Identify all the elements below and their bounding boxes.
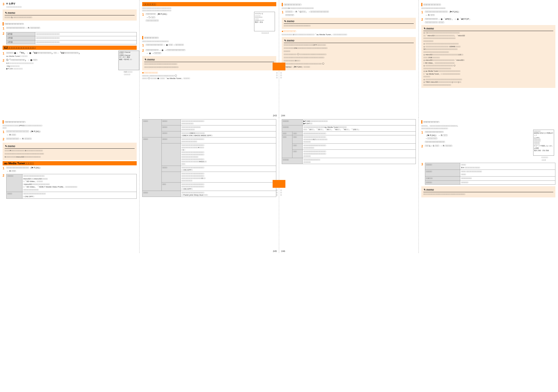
s2p2-r8c0: □□□□ xyxy=(142,191,181,197)
ez-step2-text: ❍「□□□□□□□□□□」→ ◉ □□□ xyxy=(6,59,37,61)
s2p3-r5c2: □□□□□□□□□□□□□□□□□□□ □□□□□□□□□□□□□□□□□□□ … xyxy=(303,150,416,158)
s2p2-r5c2: □□□□□□□□□□□□□□□□□□□ □ ON□OFF□ xyxy=(181,166,276,172)
s2p3-r6c2: □□□□□□□□□□□□□□ □□□□□□ xyxy=(303,158,416,164)
s2p2-r3c1: □□□□ xyxy=(161,137,181,143)
s2p1-memo-body: □□□□R□□□□□□□□□□□6□□□□□□□□□□□□□ □□□□□□□□□… xyxy=(5,149,135,159)
page-243: □□□□□□□ □□□□□□□□□□□□□□□□□□□□□□□ □□□□□□□□… xyxy=(140,0,279,117)
s2p4-memo: memo □□□□□□□□□□□□□□□□□□□□□□□□□□□□□□□□□ xyxy=(421,186,555,197)
page-left-1: 3 R を押す □□□□□□□□□□□□□ memo □□□□□を□□□□□□□… xyxy=(0,0,140,117)
step-3-text: R を押す xyxy=(6,2,16,5)
s2p4t-r0c0: □□□□□ xyxy=(425,163,460,170)
ez-step2: 2 ❍「□□□□□□□□□□」→ ◉ □□□ EZ□□□□□□□□□□□□□□□… xyxy=(3,58,117,70)
s2p1-s1: □□□□□□□□□□□□□□□□（▶P.241） → R □□□ xyxy=(6,130,137,136)
s2p2-r4c2: □□□□□□□□□□□□□□□□□□□ □□□□□□□□□□□□□□4□□□□ … xyxy=(181,143,276,166)
s2p1t-r2c1: □□□□ xyxy=(7,192,22,199)
p243-red: ■□□□□□□□□□□ xyxy=(142,71,276,74)
p244-red: ■□□□□□□□□□ xyxy=(282,30,416,33)
tab-r-243 xyxy=(273,63,279,70)
page-245: □□□□□□□□□□□□□□□□□□□□□□□□□□□ □□□□□□□□□□ □… xyxy=(140,117,279,253)
s2p3-r3c1: □□□ xyxy=(292,135,303,144)
p4r-s2: □□□□□□□□□→ ◉「●REC」→ ◉「■STOP」 □□□□□□□□□ □… xyxy=(425,17,555,24)
ez-step2-sub: EZ□□□□□□□□□□□□□□□□□□□□□ □My□□□□□□□□ ▶P.1… xyxy=(6,62,117,70)
ez-step1-sub: au Media Tuner□ □□□□□ xyxy=(6,55,117,58)
p243-body2: □□□□□□□□□□□□□□□□□□□□□ xyxy=(142,40,276,43)
page-244: □□□□□□□□□□□ □□□□□G□□□□□□□□□□□□□□□□□□□ 1□… xyxy=(279,0,419,117)
s2p4t-r2c1: □□□□□□□□□ xyxy=(460,177,555,181)
s2-page-4: □□□□□□□□□□ □□□□□、□□□□□□□□□□□□□□□□□□□□□□、… xyxy=(419,117,558,253)
p243-s1: □□□□□□□（▶P.241） →❍ □□□ □□□□□□□□□ xyxy=(146,13,253,22)
s2p2-r7c1: □□□ xyxy=(161,183,181,191)
s2p2-r2c1: □□□□ xyxy=(161,131,181,137)
vtext-246: □□□ xyxy=(280,189,282,196)
s2p4t-r3c0: □□□□□ xyxy=(425,180,460,185)
s2p3-r2c0: □□□ xyxy=(282,132,292,135)
s2p1-body1: □□□□□□□□□□□□□JPEG□□□□□□□□□□□□□□ □□□ xyxy=(3,124,137,129)
ez-step1-text: □□□□□ ◉→「TV」→ ◉ 「EZ□□□□□□□□□□」□□→「EZ□□□□… xyxy=(6,52,81,54)
s2p3-r3c0: □□□ xyxy=(282,135,292,158)
s2p4-memo-body: □□□□□□□□□□□□□□□□□□□□□□□□□□□□□□□□□ xyxy=(423,193,553,196)
ez-caption: 《EZ□□□□□ □□□□□》 xyxy=(118,71,137,76)
s2p1-sub1: □□□□□□□□□□□□□ xyxy=(3,120,137,124)
pnum-244: 244 xyxy=(281,114,285,117)
s2p1-au-title: au Media Tuner□□□□□ xyxy=(3,161,137,165)
t1r3c1: □行目 xyxy=(7,40,35,44)
s2p4t-r1c1: □□□□ □□□□□□□□□□□□□ □□□□ xyxy=(460,170,555,177)
t1r2c2: □□□□□□□□□□□□□□□□□□□□ xyxy=(35,36,136,40)
t1r2c1: □行目 xyxy=(7,36,35,40)
s2p4-screen: □□□□□□□ 録画先の設定だけ/視聴は行う？ (△OFF) □□□□□□□ □… xyxy=(533,130,554,156)
step-sub1-1: 1 □□□□□□□□□□□□□→ R □□□□□□□ xyxy=(3,26,137,31)
p243-memo-body: □□□□□□□□□□□□□□□□□□□□□□□□□□ □□□□□□□□□□□□□… xyxy=(144,63,274,69)
vtext-245: □□□ xyxy=(276,189,278,196)
s2p4-s2: □□□1～5 □□□ → R □□□□□ xyxy=(425,144,532,149)
p244-s1: □□□□□→ R「G□□□」→□□□□□□□□□□□□□ □□□□□□ xyxy=(285,10,416,17)
table-1: 1行目□□□□□□□□□□□□□□□□□□□□ □行目□□□□□□□□□□□□□… xyxy=(6,32,137,45)
p4r-memo: memo ◎ □1□□□□□□□□□□□□□□□□□□□□□□□□□□□□□ □… xyxy=(421,25,555,88)
s2p3-table: □□□□□▶P.246□□□□□□□□□□□□□□□ ▶P.247□□ □□□□… xyxy=(282,119,416,164)
s2p4-s1: □□□□□□□□□□□□□ （▶P.241）→ R □□□ →□□□□□□□ □… xyxy=(425,130,532,143)
s2p2-table: □□□□□□□□□□□□□□□□□□□□□□□□□□□ □□□□□□□□□□ □… xyxy=(142,119,276,197)
s2p1t-r1c2: □□□□□□□□□□□□□□□□□□ microSD□□□microSD□□□□… xyxy=(22,174,136,192)
s2p4t-r2c0: □□/□□□ xyxy=(425,177,460,181)
s2p1-au-s1: □□□□□□□□□□□□□□□□（▶P.241） → R □□□ xyxy=(6,166,137,173)
p243-body3: □□□□□ □□□□□□□□□□□□□□□□□□□□ 🖵 □□□□ 🖵 □□□□… xyxy=(142,75,276,80)
p244-memo2: memo □□□□□□□□□□□□□□□□□□□□□□□OFF□□□□□□□ □… xyxy=(282,37,416,70)
spread-1: 3 R を押す □□□□□□□□□□□□□ memo □□□□□を□□□□□□□… xyxy=(0,0,558,117)
spread-2: □□□□□□□□□□□□□ □□□□□□□□□□□□□JPEG□□□□□□□□□… xyxy=(0,117,558,253)
step-sub1-1-text: □□□□□□□□□□□□□→ R □□□□□□□ xyxy=(6,26,137,31)
p4r-body1: □□□□□□□□□□□□□□□□□□□ xyxy=(421,7,555,9)
s2p1t-r1c1: □□□□□ xyxy=(7,174,22,192)
s2p2-r1c1: □□□□ xyxy=(161,125,181,131)
t1r1c2: □□□□□□□□□□□□□□□□□□□□ xyxy=(35,32,136,36)
p244-sub1: □□□□□□□□□□□ xyxy=(282,3,416,6)
memo-1-body: □□□□□を□□□□□□□□□□□□□□□ xyxy=(5,16,135,19)
ez-step1: 1 □□□□□ ◉→「TV」→ ◉ 「EZ□□□□□□□□□□」□□→「EZ□□… xyxy=(3,51,117,58)
p243-memo: memo □□□□□□□□□□□□□□□□□□□□□□□□□□ □□□□□□□□… xyxy=(142,56,276,70)
p243-s2-2: □□□□□□□□□→ ◉ →□□□□□□□□□□□□□ → ◉ →□□□□□ xyxy=(146,49,276,55)
pnum-246: 246 xyxy=(281,250,285,252)
step-sub1-2: 2 1行目□□□□□□□□□□□□□□□□□□□□ □行目□□□□□□□□□□□… xyxy=(3,32,137,45)
tab-l-244 xyxy=(279,63,285,70)
p4r-sub1: □□□□□□□□□□□ xyxy=(421,3,555,6)
s2p2-r0c1: □□□□ xyxy=(161,119,181,125)
s2p4-caption: 《□□□□□ □□□》 xyxy=(533,156,555,161)
s2p4t-r3c1: □□□□□□ xyxy=(460,180,555,185)
s2p2-r0c0: □□□□ xyxy=(142,119,162,137)
vtext-244: □□□ xyxy=(280,72,282,79)
s2p4t-r0c1: □□□□ ※# □□□□□□□□□□□□□ xyxy=(460,163,555,170)
s2p3-r2c1: □□□ xyxy=(292,132,303,135)
p243-sub2: □□□□□□□□□ xyxy=(142,36,276,39)
s2p3-r0c0: □□□□□ xyxy=(282,119,303,125)
section-p243: □□□□□□□ xyxy=(142,2,276,6)
s2p2-r7c2: □□□□□□□□□□□□□□□□□□□ □□□□□□□□□□□□□□□□□□□ … xyxy=(181,183,276,191)
memo-header: memo xyxy=(5,11,135,15)
p243-caption: 《□□□□□》 xyxy=(254,32,276,34)
tab-r-245 xyxy=(273,180,279,188)
s2p3-r4c1: □□□ xyxy=(292,144,303,150)
s2p2-r3c2: □□□□□□□□□□□□□□□□□□□ □□□□□□□□□□□□□ xyxy=(181,137,276,143)
p243-screen: □□□□テレビ ○○○○○○ □□□□□□□□ ○○○○ □/□(□) □□:□… xyxy=(254,12,275,31)
s2p1-memo: memo □□□□R□□□□□□□□□□□6□□□□□□□□□□□□□ □□□□… xyxy=(3,143,137,160)
p244-memo2-body: □□□□□□□□□□□□□□□□□□□□□□□OFF□□□□□□□ □□□□□□… xyxy=(284,44,414,69)
p244-memo1-body: □□□□□□□□□□□□□□□□□□□□□ xyxy=(284,24,414,27)
p243-s2-1: □□□□□□□□□□□□→ ◉ □□□→□□□□□□ xyxy=(146,43,276,48)
section-ez: EZ□□□□□□□□□□□□□□□□ xyxy=(3,46,137,50)
